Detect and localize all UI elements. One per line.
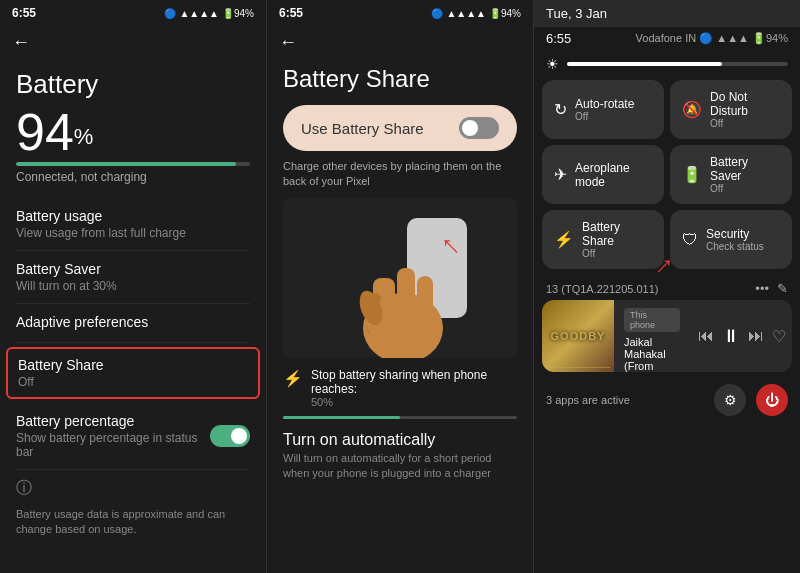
media-controls: ⏮ ⏸ ⏭ ♡ <box>690 300 792 372</box>
panel1-content: Battery 94 % Connected, not charging Bat… <box>0 61 266 573</box>
prev-track-button[interactable]: ⏮ <box>698 327 714 345</box>
heart-button[interactable]: ♡ <box>772 327 786 346</box>
status-icons-1: 🔵 ▲▲▲▲ 🔋94% <box>164 8 254 19</box>
battery-share-switch[interactable] <box>459 117 499 139</box>
tile-sub: Check status <box>706 241 764 252</box>
back-button-1[interactable]: ← <box>0 24 266 61</box>
tile-label: Auto-rotate <box>575 97 634 111</box>
charge-bar-fill <box>16 162 236 166</box>
status-time-2: 6:55 <box>279 6 303 20</box>
menu-item-title: Battery Saver <box>16 261 250 277</box>
tile-label: Battery Saver <box>710 155 780 183</box>
highlighted-sub: Off <box>18 375 248 389</box>
date-bar: Tue, 3 Jan <box>534 0 800 27</box>
battery-number: 94 <box>16 106 74 158</box>
bottom-icons: ⚙ ⏻ <box>714 384 788 416</box>
menu-item-battery-usage[interactable]: Battery usage View usage from last full … <box>16 198 250 251</box>
panel-battery-share: 6:55 🔵 ▲▲▲▲ 🔋94% ← Battery Share Use Bat… <box>267 0 534 573</box>
auto-rotate-icon: ↻ <box>554 100 567 119</box>
toggle-label: Battery percentage <box>16 413 210 429</box>
panel-quick-settings: Tue, 3 Jan 6:55 Vodafone IN 🔵 ▲▲▲ 🔋94% ☀… <box>534 0 800 573</box>
pause-button[interactable]: ⏸ <box>722 326 740 347</box>
settings-button[interactable]: ⚙ <box>714 384 746 416</box>
menu-item-adaptive-prefs[interactable]: Adaptive preferences <box>16 304 250 343</box>
battery-percent-display: 94 % <box>16 106 250 158</box>
stop-icon: ⚡ <box>283 369 303 388</box>
toggle-info: Battery percentage Show battery percenta… <box>16 413 210 459</box>
media-song: Jaikal Mahakal (From "Goodbye") <box>624 336 680 372</box>
security-icon: 🛡 <box>682 231 698 249</box>
carrier-info: Vodafone IN 🔵 ▲▲▲ 🔋94% <box>636 32 788 45</box>
auto-title: Turn on automatically <box>267 427 533 451</box>
battery-saver-icon: 🔋 <box>682 165 702 184</box>
battery-percentage-switch[interactable] <box>210 425 250 447</box>
next-track-button[interactable]: ⏭ <box>748 327 764 345</box>
dnd-icon: 🔕 <box>682 100 702 119</box>
power-button[interactable]: ⏻ <box>756 384 788 416</box>
brightness-row: ☀ <box>534 52 800 80</box>
info-icon: ⓘ <box>16 470 250 503</box>
brightness-track[interactable] <box>567 62 788 66</box>
back-button-2[interactable]: ← <box>267 24 533 61</box>
tile-sub: Off <box>582 248 652 259</box>
stop-info: Stop battery sharing when phone reaches:… <box>311 368 517 408</box>
stop-text: Stop battery sharing when phone reaches: <box>311 368 517 396</box>
menu-item-title: Adaptive preferences <box>16 314 250 330</box>
charge-bar-container <box>16 162 250 166</box>
section-bar: 13 (TQ1A.221205.011) ••• ✎ <box>534 275 800 300</box>
tile-auto-rotate[interactable]: ↻ Auto-rotate Off <box>542 80 664 139</box>
stop-sharing-row: ⚡ Stop battery sharing when phone reache… <box>267 358 533 414</box>
time-carrier-row: 6:55 Vodafone IN 🔵 ▲▲▲ 🔋94% <box>534 27 800 52</box>
battery-share-tile-icon: ⚡ <box>554 230 574 249</box>
status-time-1: 6:55 <box>12 6 36 20</box>
menu-item-sub: Will turn on at 30% <box>16 279 250 293</box>
tile-sub: Off <box>710 118 780 129</box>
status-bar-1: 6:55 🔵 ▲▲▲▲ 🔋94% <box>0 0 266 24</box>
panel2-desc: Charge other devices by placing them on … <box>267 159 533 198</box>
charge-bar <box>16 162 250 166</box>
status-bar-2: 6:55 🔵 ▲▲▲▲ 🔋94% <box>267 0 533 24</box>
date-label: Tue, 3 Jan <box>546 6 607 21</box>
tile-dnd[interactable]: 🔕 Do Not Disturb Off <box>670 80 792 139</box>
toggle-sub: Show battery percentage in status bar <box>16 431 210 459</box>
menu-item-battery-saver[interactable]: Battery Saver Will turn on at 30% <box>16 251 250 304</box>
bottom-bar: 3 apps are active ⚙ ⏻ <box>534 378 800 422</box>
section-icons: ••• ✎ <box>755 281 788 296</box>
edit-icon[interactable]: ✎ <box>777 281 788 296</box>
auto-sub: Will turn on automatically for a short p… <box>267 451 533 482</box>
section-label: 13 (TQ1A.221205.011) <box>546 283 659 295</box>
media-thumbnail: GOODBY <box>542 300 614 372</box>
tile-security[interactable]: 🛡 Security Check status <box>670 210 792 269</box>
battery-percentage-toggle[interactable]: Battery percentage Show battery percenta… <box>16 403 250 470</box>
tile-label: Battery Share <box>582 220 652 248</box>
stop-value: 50% <box>311 396 517 408</box>
panel1-title: Battery <box>16 69 250 100</box>
tile-aeroplane[interactable]: ✈ Aeroplane mode <box>542 145 664 204</box>
panel-footer: Battery usage data is approximate and ca… <box>16 503 250 542</box>
apps-active-label: 3 apps are active <box>546 394 630 406</box>
media-info: This phone Jaikal Mahakal (From "Goodbye… <box>614 300 690 372</box>
aeroplane-icon: ✈ <box>554 165 567 184</box>
hand-graphic <box>353 228 453 358</box>
tile-label: Do Not Disturb <box>710 90 780 118</box>
quick-tiles-grid: ↻ Auto-rotate Off 🔕 Do Not Disturb Off ✈… <box>534 80 800 275</box>
ellipsis-icon: ••• <box>755 281 769 296</box>
media-badge: This phone <box>624 308 680 332</box>
tile-sub: Off <box>710 183 780 194</box>
menu-item-sub: View usage from last full charge <box>16 226 250 240</box>
menu-item-title: Battery usage <box>16 208 250 224</box>
tile-battery-share[interactable]: ⚡ Battery Share Off ↑ <box>542 210 664 269</box>
tile-label: Security <box>706 227 764 241</box>
use-battery-share-toggle[interactable]: Use Battery Share <box>283 105 517 151</box>
highlighted-title: Battery Share <box>18 357 248 373</box>
phone-demo: ↑ <box>283 198 517 358</box>
media-card: GOODBY This phone Jaikal Mahakal (From "… <box>542 300 792 372</box>
battery-slider-track <box>283 416 517 419</box>
status-icons-2: 🔵 ▲▲▲▲ 🔋94% <box>431 8 521 19</box>
battery-slider-fill <box>283 416 400 419</box>
tile-battery-saver[interactable]: 🔋 Battery Saver Off <box>670 145 792 204</box>
brightness-icon: ☀ <box>546 56 559 72</box>
panel2-title: Battery Share <box>267 61 533 101</box>
album-art-text: GOODBY <box>551 330 606 342</box>
menu-item-battery-share-highlighted[interactable]: Battery Share Off <box>6 347 260 399</box>
